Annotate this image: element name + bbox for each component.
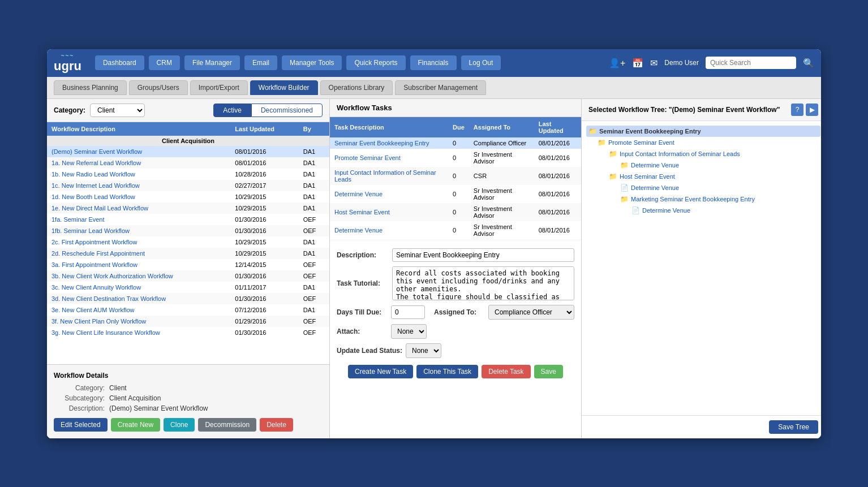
clone-task-button[interactable]: Clone This Task bbox=[416, 365, 478, 378]
delete-task-button[interactable]: Delete Task bbox=[482, 365, 530, 378]
table-row[interactable]: 3c. New Client Annuity Workflow01/11/201… bbox=[47, 282, 329, 293]
table-row[interactable]: 3f. New Client Plan Only Workflow01/29/2… bbox=[47, 316, 329, 327]
workflow-link[interactable]: 1c. New Internet Lead Workflow bbox=[51, 182, 140, 189]
workflow-by: OEF bbox=[299, 270, 329, 282]
workflow-link[interactable]: 1e. New Direct Mail Lead Workflow bbox=[51, 205, 148, 212]
assigned-to-select[interactable]: Compliance Officer Sr Investment Advisor… bbox=[488, 305, 574, 320]
tab-import-export[interactable]: Import/Export bbox=[190, 80, 248, 95]
form-desc-label: Description: bbox=[337, 251, 388, 259]
workflow-link[interactable]: 1a. New Referral Lead Workflow bbox=[51, 160, 141, 166]
tab-workflow-builder[interactable]: Workflow Builder bbox=[250, 80, 318, 95]
table-row[interactable]: 1fb. Seminar Lead Workflow01/30/2016OEF bbox=[47, 225, 329, 236]
tree-node[interactable]: 📁Host Seminar Event bbox=[586, 171, 820, 182]
task-row[interactable]: Input Contact Information of Seminar Lea… bbox=[330, 167, 581, 185]
tree-node[interactable]: 📄Determine Venue bbox=[586, 205, 820, 216]
table-row[interactable]: (Demo) Seminar Event Workflow08/01/2016D… bbox=[47, 146, 329, 157]
workflow-link[interactable]: 2c. First Appointment Workflow bbox=[51, 239, 137, 245]
tree-play-icon[interactable]: ▶ bbox=[806, 104, 818, 116]
top-nav: ~~~ ugru Dashboard CRM File Manager Emai… bbox=[47, 49, 821, 77]
workflow-link[interactable]: 1fb. Seminar Lead Workflow bbox=[51, 227, 130, 234]
nav-crm[interactable]: CRM bbox=[149, 55, 180, 70]
workflow-link[interactable]: 1d. New Booth Lead Workflow bbox=[51, 193, 135, 200]
workflow-link[interactable]: 1fa. Seminar Event bbox=[51, 216, 105, 223]
task-link[interactable]: Determine Venue bbox=[334, 227, 383, 234]
table-row[interactable]: 3d. New Client Destination Trax Workflow… bbox=[47, 293, 329, 304]
tab-subscriber-management[interactable]: Subscriber Management bbox=[395, 80, 486, 95]
category-select[interactable]: Client All Operations bbox=[90, 104, 145, 117]
tree-node-label: Determine Venue bbox=[631, 162, 679, 169]
tree-node[interactable]: 📁Determine Venue bbox=[586, 160, 820, 171]
task-link[interactable]: Seminar Event Bookkeeping Entry bbox=[334, 140, 429, 146]
delete-button[interactable]: Delete bbox=[260, 418, 293, 432]
nav-email[interactable]: Email bbox=[244, 55, 277, 70]
table-row[interactable]: 1a. New Referral Lead Workflow08/01/2016… bbox=[47, 157, 329, 169]
edit-selected-button[interactable]: Edit Selected bbox=[54, 418, 108, 432]
table-row[interactable]: 1fa. Seminar Event01/30/2016OEF bbox=[47, 214, 329, 225]
workflow-link[interactable]: 3b. New Client Work Authorization Workfl… bbox=[51, 273, 173, 279]
task-row[interactable]: Seminar Event Bookkeeping Entry0Complian… bbox=[330, 137, 581, 149]
task-link[interactable]: Promote Seminar Event bbox=[334, 154, 401, 161]
add-user-icon[interactable]: 👤+ bbox=[609, 58, 625, 68]
workflow-link[interactable]: 1b. New Radio Lead Workflow bbox=[51, 171, 135, 178]
tab-operations-library[interactable]: Operations Library bbox=[320, 80, 393, 95]
days-till-due-input[interactable] bbox=[391, 305, 425, 319]
nav-dashboard[interactable]: Dashboard bbox=[95, 55, 144, 70]
save-tree-button[interactable]: Save Tree bbox=[769, 420, 818, 434]
item-icon: 📄 bbox=[620, 184, 629, 192]
table-row[interactable]: 1d. New Booth Lead Workflow10/29/2015DA1 bbox=[47, 191, 329, 202]
search-icon[interactable]: 🔍 bbox=[803, 58, 814, 68]
attach-select[interactable]: None bbox=[391, 324, 427, 339]
tab-groups-users[interactable]: Groups/Users bbox=[129, 80, 188, 95]
decommission-button[interactable]: Decommission bbox=[198, 418, 256, 432]
workflow-link[interactable]: 2d. Reschedule First Appointment bbox=[51, 250, 145, 257]
tree-node[interactable]: 📄Determine Venue bbox=[586, 182, 820, 193]
table-row[interactable]: 3g. New Client Life Insurance Workflow01… bbox=[47, 327, 329, 338]
workflow-link[interactable]: 3c. New Client Annuity Workflow bbox=[51, 284, 141, 291]
clone-button[interactable]: Clone bbox=[164, 418, 195, 432]
workflow-link[interactable]: 3a. First Appointment Workflow bbox=[51, 261, 137, 268]
quick-search-input[interactable] bbox=[706, 57, 796, 69]
tree-help-icon[interactable]: ? bbox=[791, 104, 803, 116]
tree-node[interactable]: 📁Marketing Seminar Event Bookkeeping Ent… bbox=[586, 193, 820, 205]
tree-node[interactable]: 📁Promote Seminar Event bbox=[586, 137, 820, 148]
table-row[interactable]: 3e. New Client AUM Workflow07/12/2016DA1 bbox=[47, 304, 329, 316]
task-tutorial-input[interactable]: Record all costs associated with booking… bbox=[392, 266, 574, 300]
workflow-link[interactable]: 3d. New Client Destination Trax Workflow bbox=[51, 295, 166, 302]
task-link[interactable]: Input Contact Information of Seminar Lea… bbox=[334, 169, 436, 183]
table-row[interactable]: 2c. First Appointment Workflow10/29/2015… bbox=[47, 236, 329, 248]
task-link[interactable]: Host Seminar Event bbox=[334, 209, 390, 216]
calendar-icon[interactable]: 📅 bbox=[632, 58, 643, 68]
status-tab-active[interactable]: Active bbox=[213, 104, 251, 117]
task-row[interactable]: Determine Venue0Sr Investment Advisor08/… bbox=[330, 221, 581, 239]
workflow-link[interactable]: 3f. New Client Plan Only Workflow bbox=[51, 318, 146, 325]
nav-file-manager[interactable]: File Manager bbox=[184, 55, 240, 70]
table-row[interactable]: 1c. New Internet Lead Workflow02/27/2017… bbox=[47, 180, 329, 191]
nav-logout[interactable]: Log Out bbox=[461, 55, 501, 70]
mail-icon[interactable]: ✉ bbox=[650, 58, 658, 68]
task-description-input[interactable] bbox=[392, 248, 574, 262]
nav-manager-tools[interactable]: Manager Tools bbox=[282, 55, 342, 70]
table-row[interactable]: 1e. New Direct Mail Lead Workflow10/29/2… bbox=[47, 202, 329, 214]
create-new-task-button[interactable]: Create New Task bbox=[348, 365, 413, 378]
update-status-select[interactable]: None bbox=[406, 343, 441, 358]
table-row[interactable]: 1b. New Radio Lead Workflow10/28/2016DA1 bbox=[47, 169, 329, 180]
table-row[interactable]: 3a. First Appointment Workflow12/14/2015… bbox=[47, 259, 329, 270]
workflow-link[interactable]: 3e. New Client AUM Workflow bbox=[51, 307, 135, 313]
table-row[interactable]: 2d. Reschedule First Appointment10/29/20… bbox=[47, 248, 329, 259]
task-row[interactable]: Promote Seminar Event0Sr Investment Advi… bbox=[330, 149, 581, 167]
tree-node[interactable]: 📁Seminar Event Bookkeeping Entry bbox=[586, 126, 820, 137]
tree-node[interactable]: 📁Input Contact Information of Seminar Le… bbox=[586, 148, 820, 160]
task-assigned: Sr Investment Advisor bbox=[469, 185, 534, 203]
nav-financials[interactable]: Financials bbox=[410, 55, 457, 70]
nav-quick-reports[interactable]: Quick Reports bbox=[346, 55, 405, 70]
task-row[interactable]: Determine Venue0Sr Investment Advisor08/… bbox=[330, 185, 581, 203]
status-tab-decommissioned[interactable]: Decommissioned bbox=[251, 104, 323, 117]
task-row[interactable]: Host Seminar Event0Sr Investment Advisor… bbox=[330, 203, 581, 221]
save-task-button[interactable]: Save bbox=[534, 365, 563, 378]
create-new-button[interactable]: Create New bbox=[111, 418, 160, 432]
workflow-link[interactable]: (Demo) Seminar Event Workflow bbox=[51, 148, 142, 155]
tab-business-planning[interactable]: Business Planning bbox=[54, 80, 127, 95]
task-link[interactable]: Determine Venue bbox=[334, 191, 383, 197]
table-row[interactable]: 3b. New Client Work Authorization Workfl… bbox=[47, 270, 329, 282]
workflow-link[interactable]: 3g. New Client Life Insurance Workflow bbox=[51, 329, 160, 336]
